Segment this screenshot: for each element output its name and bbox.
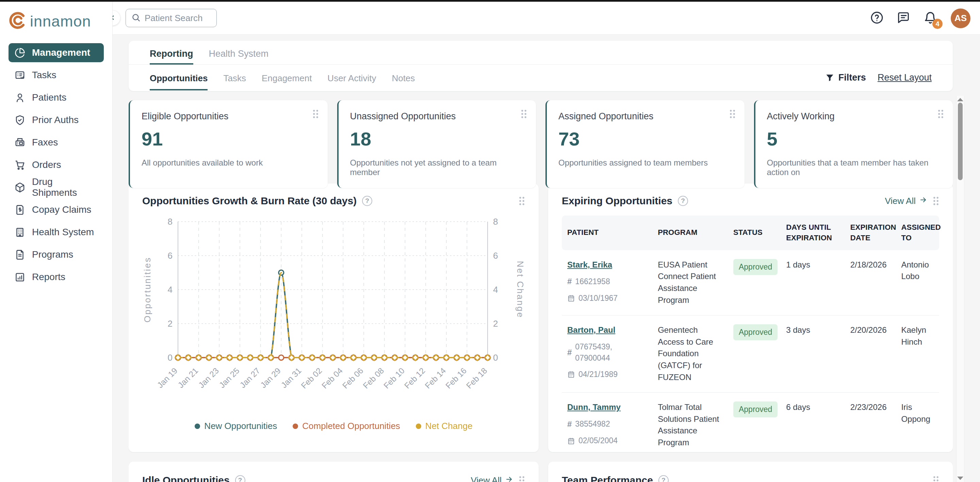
drag-handle-icon[interactable] (520, 109, 527, 119)
help-circle-icon[interactable] (659, 475, 669, 482)
scrollbar-thumb[interactable] (958, 103, 963, 180)
sidebar-item-prior-auths[interactable]: Prior Auths (8, 111, 104, 130)
subtab-user-activity[interactable]: User Activity (327, 65, 376, 90)
dashboard-bottom-row: Idle Opportunities View All Team Perform… (129, 461, 953, 482)
drag-handle-icon[interactable] (933, 476, 939, 482)
topbar-actions: 4 AS (870, 2, 970, 35)
calendar-icon (567, 371, 575, 378)
help-circle-icon[interactable] (235, 475, 245, 482)
arrow-right-icon (505, 475, 513, 482)
drag-handle-icon[interactable] (519, 476, 525, 482)
stat-card-value: 73 (558, 128, 733, 150)
sidebar-item-orders[interactable]: Orders (8, 155, 104, 174)
patient-link[interactable]: Barton, Paul (567, 325, 615, 335)
status-badge: Approved (733, 259, 778, 275)
patient-ids: 16621958 (567, 276, 647, 288)
sidebar-item-programs[interactable]: Programs (8, 245, 104, 264)
sidebar-item-faxes[interactable]: Faxes (8, 133, 104, 152)
patient-search-input[interactable] (145, 13, 206, 24)
stat-card-title: Eligible Opportunities (142, 111, 316, 122)
sidebar-item-patients[interactable]: Patients (8, 88, 104, 107)
bar-chart-square-icon (14, 272, 25, 282)
subtab-engagement[interactable]: Engagement (262, 65, 312, 90)
sidebar-item-copay-claims[interactable]: Copay Claims (8, 200, 104, 219)
drag-handle-icon[interactable] (729, 109, 736, 119)
table-row: Dunn, Tammy3855498202/05/2004Tolmar Tota… (562, 392, 939, 452)
chart-pie-icon (14, 48, 25, 58)
user-icon (14, 92, 25, 103)
search-icon (131, 13, 140, 24)
svg-text:8: 8 (493, 217, 498, 227)
calendar-icon (567, 437, 575, 445)
help-circle-icon[interactable] (678, 196, 688, 206)
column-header: PROGRAM (652, 216, 728, 250)
svg-text:Feb 08: Feb 08 (361, 366, 385, 390)
program-cell: EUSA Patient Connect Patient Assistance … (652, 250, 728, 316)
clipboard-list-icon (14, 70, 25, 81)
legend-label: New Opportunities (204, 421, 277, 431)
svg-text:Jan 23: Jan 23 (197, 366, 221, 390)
expiring-view-all-link[interactable]: View All (885, 196, 927, 206)
patient-dob: 03/10/1967 (567, 293, 647, 304)
sidebar-item-management[interactable]: Management (8, 43, 104, 62)
file-dollar-icon (14, 205, 25, 215)
team-title: Team Performance (562, 474, 653, 482)
sidebar-item-health-system[interactable]: Health System (8, 223, 104, 242)
help-button[interactable] (870, 11, 883, 25)
legend-item-completed-opportunities[interactable]: Completed Opportunities (293, 421, 400, 431)
idle-view-all-link[interactable]: View All (471, 475, 513, 482)
sidebar-item-reports[interactable]: Reports (8, 268, 104, 287)
column-header: DAYS UNTIL EXPIRATION (781, 216, 845, 250)
hash-icon (567, 347, 572, 358)
drag-handle-icon[interactable] (312, 109, 319, 119)
subtab-opportunities[interactable]: Opportunities (150, 65, 208, 90)
messages-button[interactable] (897, 11, 910, 25)
scroll-down-arrow[interactable] (957, 477, 963, 480)
cinnamon-logo-icon (8, 10, 28, 31)
days-until-expiration-cell: 3 days (781, 315, 845, 392)
tab-reporting[interactable]: Reporting (150, 49, 193, 65)
notifications-button[interactable]: 4 (924, 11, 937, 25)
stat-card-value: 18 (350, 128, 525, 150)
idle-title: Idle Opportunities (142, 474, 230, 482)
team-card-header: Team Performance (562, 474, 939, 482)
sidebar-item-label: Programs (32, 249, 73, 260)
legend-label: Completed Opportunities (302, 421, 400, 431)
view-all-label: View All (885, 196, 916, 206)
patient-search[interactable] (126, 9, 217, 27)
program-cell: Tolmar Total Solutions Patient Assistanc… (652, 392, 728, 452)
drag-handle-icon[interactable] (519, 196, 525, 206)
sidebar-item-drug-shipments[interactable]: Drug Shipments (8, 178, 104, 197)
stat-card-assigned-opportunities: Assigned Opportunities73Opportunities as… (546, 100, 745, 188)
stat-card-title: Actively Working (767, 111, 942, 122)
legend-item-net-change[interactable]: Net Change (416, 421, 473, 431)
table-row: Barton, Paul07675439, 0790004404/21/1989… (562, 315, 939, 392)
avatar[interactable]: AS (951, 8, 970, 28)
legend-item-new-opportunities[interactable]: New Opportunities (195, 421, 277, 431)
tab-health-system[interactable]: Health System (209, 49, 269, 64)
svg-text:Feb 16: Feb 16 (444, 366, 468, 390)
drag-handle-icon[interactable] (937, 109, 944, 119)
subtab-notes[interactable]: Notes (392, 65, 415, 90)
patient-link[interactable]: Dunn, Tammy (567, 403, 620, 412)
scroll-up-arrow[interactable] (957, 98, 963, 101)
building-icon (14, 227, 25, 238)
sidebar: innamon ManagementTasksPatientsPrior Aut… (0, 2, 113, 482)
sidebar-item-label: Copay Claims (32, 204, 91, 215)
program-cell: Genentech Access to Care Foundation (GAT… (652, 315, 728, 392)
sidebar-item-tasks[interactable]: Tasks (8, 66, 104, 85)
filters-button[interactable]: Filters (825, 72, 866, 83)
stat-card-value: 5 (767, 128, 942, 150)
patient-link[interactable]: Stark, Erika (567, 260, 612, 269)
idle-opportunities-card: Idle Opportunities View All (129, 461, 539, 482)
drag-handle-icon[interactable] (933, 196, 939, 206)
reset-layout-link[interactable]: Reset Layout (878, 72, 932, 83)
legend-label: Net Change (425, 421, 473, 431)
expiring-title: Expiring Opportunities (562, 195, 672, 207)
view-all-label: View All (471, 475, 501, 482)
help-circle-icon[interactable] (362, 196, 372, 206)
expiring-opportunities-card: Expiring Opportunities View All PATIENTP… (548, 184, 953, 452)
cinnamon-logo[interactable]: innamon (0, 2, 112, 33)
subtab-tasks[interactable]: Tasks (223, 65, 246, 90)
team-performance-card: Team Performance (548, 461, 953, 482)
